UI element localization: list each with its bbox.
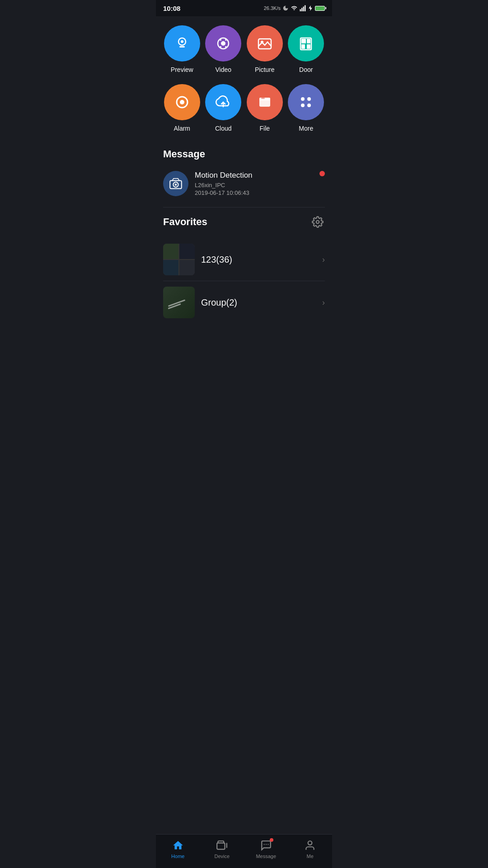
favorite-name-2: Group(2) bbox=[201, 297, 316, 308]
signal-icon bbox=[300, 5, 306, 11]
svg-point-11 bbox=[221, 41, 225, 46]
favorite-chevron-2: › bbox=[322, 298, 325, 307]
section-divider-1 bbox=[163, 207, 325, 208]
cloud-button[interactable]: Cloud bbox=[205, 84, 243, 132]
more-icon bbox=[297, 93, 315, 111]
message-notification-dot bbox=[319, 171, 325, 176]
status-time: 10:08 bbox=[163, 5, 180, 12]
icon-grid: Preview Video bbox=[163, 25, 325, 132]
file-icon-circle bbox=[247, 84, 283, 120]
svg-point-27 bbox=[301, 97, 305, 101]
favorites-header: Favorites bbox=[163, 215, 325, 229]
favorite-thumbnail-1 bbox=[163, 244, 195, 275]
message-time: 2019-06-17 10:06:43 bbox=[195, 189, 325, 196]
thumb-cell-4 bbox=[179, 260, 195, 275]
svg-rect-18 bbox=[307, 39, 310, 43]
message-section-title: Message bbox=[163, 148, 325, 160]
more-button[interactable]: More bbox=[287, 84, 325, 132]
favorites-settings-button[interactable] bbox=[310, 215, 325, 229]
svg-point-33 bbox=[175, 184, 177, 186]
svg-rect-3 bbox=[305, 5, 305, 11]
message-avatar bbox=[163, 171, 188, 196]
favorite-item-2[interactable]: Group(2) › bbox=[163, 281, 325, 324]
more-icon-circle bbox=[288, 84, 324, 120]
svg-point-6 bbox=[181, 40, 183, 43]
svg-point-22 bbox=[180, 100, 184, 104]
file-button[interactable]: File bbox=[246, 84, 284, 132]
status-icons: 26.3K/s bbox=[264, 5, 325, 11]
favorite-thumbnail-2 bbox=[163, 287, 195, 318]
preview-button[interactable]: Preview bbox=[163, 25, 201, 73]
cloud-icon-circle bbox=[205, 84, 241, 120]
favorite-chevron-1: › bbox=[322, 255, 325, 264]
message-card[interactable]: Motion Detection L26xin_IPC 2019-06-17 1… bbox=[163, 167, 325, 200]
door-icon bbox=[297, 34, 315, 52]
svg-rect-0 bbox=[300, 9, 301, 11]
thumb-cell-2 bbox=[179, 244, 195, 259]
svg-rect-17 bbox=[301, 39, 306, 43]
charge-icon bbox=[308, 5, 313, 11]
wifi-icon bbox=[291, 5, 298, 11]
battery-icon bbox=[315, 6, 325, 11]
svg-point-13 bbox=[225, 46, 227, 48]
cloud-label: Cloud bbox=[215, 125, 232, 132]
moon-icon bbox=[282, 5, 289, 11]
preview-icon bbox=[173, 34, 191, 52]
video-icon bbox=[214, 34, 232, 52]
message-info: Motion Detection L26xin_IPC 2019-06-17 1… bbox=[195, 171, 325, 196]
door-button[interactable]: Door bbox=[287, 25, 325, 73]
door-label: Door bbox=[299, 66, 313, 73]
thumb-cell-1 bbox=[163, 244, 178, 259]
file-icon bbox=[256, 93, 274, 111]
message-device: L26xin_IPC bbox=[195, 182, 325, 189]
more-label: More bbox=[299, 125, 313, 132]
svg-rect-20 bbox=[307, 44, 310, 49]
favorites-section-title: Favorites bbox=[163, 216, 207, 228]
network-speed: 26.3K/s bbox=[264, 5, 281, 11]
alarm-button[interactable]: Alarm bbox=[163, 84, 201, 132]
svg-rect-19 bbox=[301, 44, 305, 49]
picture-icon-circle bbox=[247, 25, 283, 61]
alarm-label: Alarm bbox=[174, 125, 190, 132]
svg-point-12 bbox=[220, 46, 221, 48]
svg-point-30 bbox=[307, 104, 311, 107]
picture-icon bbox=[256, 34, 274, 52]
video-button[interactable]: Video bbox=[205, 25, 243, 73]
status-bar: 10:08 26.3K/s bbox=[156, 0, 332, 16]
svg-rect-7 bbox=[179, 46, 185, 47]
thumb-lines bbox=[168, 302, 190, 311]
thumb-single-content bbox=[163, 287, 195, 318]
camera-icon bbox=[169, 176, 183, 191]
svg-point-29 bbox=[301, 104, 305, 107]
favorite-name-1: 123(36) bbox=[201, 255, 316, 265]
picture-button[interactable]: Picture bbox=[246, 25, 284, 73]
svg-point-28 bbox=[307, 97, 311, 101]
main-content: Preview Video bbox=[156, 16, 332, 333]
svg-marker-4 bbox=[309, 5, 312, 11]
svg-point-9 bbox=[220, 39, 221, 41]
alarm-icon-circle bbox=[164, 84, 200, 120]
svg-rect-25 bbox=[259, 98, 270, 100]
alarm-icon bbox=[173, 93, 191, 111]
svg-point-10 bbox=[225, 39, 227, 41]
video-icon-circle bbox=[205, 25, 241, 61]
thumb-cell-3 bbox=[163, 260, 178, 275]
cloud-icon bbox=[214, 93, 232, 111]
svg-rect-1 bbox=[301, 8, 302, 11]
door-icon-circle bbox=[288, 25, 324, 61]
message-title: Motion Detection bbox=[195, 171, 325, 180]
file-label: File bbox=[259, 125, 270, 132]
svg-rect-26 bbox=[261, 98, 265, 99]
favorite-item-1[interactable]: 123(36) › bbox=[163, 238, 325, 281]
preview-label: Preview bbox=[171, 66, 193, 73]
svg-point-15 bbox=[261, 41, 263, 43]
svg-rect-2 bbox=[303, 7, 304, 12]
preview-icon-circle bbox=[164, 25, 200, 61]
svg-point-34 bbox=[316, 221, 319, 224]
video-label: Video bbox=[215, 66, 231, 73]
gear-icon bbox=[312, 216, 324, 228]
picture-label: Picture bbox=[255, 66, 275, 73]
